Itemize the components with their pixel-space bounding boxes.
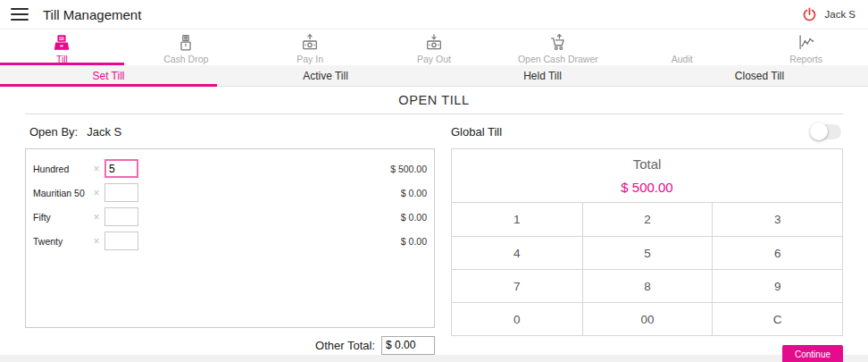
keypad: 1 2 3 4 5 6 7 8 9 0 00 C [452,203,842,335]
till-icon [52,32,71,53]
key-5[interactable]: 5 [582,236,713,269]
power-logout-icon[interactable] [801,6,818,23]
header: Till Management Jack S [0,0,868,29]
global-till-column: Global Till Total $ 500.00 1 2 3 4 5 6 [451,114,843,362]
global-till-row: Global Till [451,114,843,148]
other-total-label: Other Total: [315,339,375,352]
key-1[interactable]: 1 [452,203,582,236]
key-6[interactable]: 6 [712,236,842,269]
nav-item-pay-in[interactable]: Pay In [248,29,372,65]
qty-input-fifty[interactable] [104,207,138,226]
denomination-row-fifty: Fifty × $ 0.00 [33,205,429,229]
open-by-label: Open By: [29,125,78,139]
key-00[interactable]: 00 [582,302,713,335]
multiply-icon: × [88,235,104,248]
key-4[interactable]: 4 [452,236,582,269]
multiply-icon: × [88,163,104,175]
open-by-value: Jack S [87,125,121,139]
nav-item-cash-drop[interactable]: Cash Drop [124,29,248,65]
denominations-panel: Hundred × $ 500.00 Mauritian 50 × $ 0.00… [25,148,435,328]
qty-input-mauritian-50[interactable] [104,183,138,202]
total-label: Total [633,156,662,172]
nav-item-open-cash-drawer[interactable]: Open Cash Drawer [496,29,620,65]
tab-set-till[interactable]: Set Till [0,65,217,86]
cart-up-icon [548,32,568,53]
tab-held-till[interactable]: Held Till [434,65,651,86]
denomination-amount: $ 500.00 [138,164,429,174]
page-title: Till Management [43,7,141,22]
nav-label-audit: Audit [672,54,693,64]
nav-label-open-cash-drawer: Open Cash Drawer [518,54,598,64]
key-clear[interactable]: C [712,302,842,335]
denomination-label: Hundred [33,164,88,174]
qty-input-hundred[interactable] [104,159,138,178]
pay-out-icon [424,32,444,53]
open-by-row: Open By: Jack S [25,114,435,148]
tab-active-till[interactable]: Active Till [217,65,434,86]
hamburger-menu-icon[interactable] [11,8,29,21]
denomination-amount: $ 0.00 [138,212,429,223]
total-keypad-table: Total $ 500.00 1 2 3 4 5 6 7 8 9 0 00 C [451,148,843,336]
nav-label-pay-in: Pay In [296,54,323,64]
denomination-row-twenty: Twenty × $ 0.00 [33,229,429,253]
multiply-icon: × [88,211,104,223]
denomination-label: Mauritian 50 [33,188,88,198]
cash-drop-icon [176,32,196,53]
key-8[interactable]: 8 [582,269,713,302]
denomination-row-mauritian-50: Mauritian 50 × $ 0.00 [33,181,429,205]
key-0[interactable]: 0 [452,302,582,335]
key-9[interactable]: 9 [712,269,842,302]
nav-label-cash-drop: Cash Drop [163,54,208,64]
qty-input-twenty[interactable] [104,232,138,250]
denomination-label: Fifty [33,212,88,223]
nav-item-till[interactable]: Till [0,29,124,65]
key-3[interactable]: 3 [712,203,842,236]
key-7[interactable]: 7 [452,269,582,302]
pay-in-icon [300,32,320,53]
other-total-input[interactable] [381,336,435,355]
denomination-label: Twenty [33,236,88,247]
open-till-content: Open By: Jack S Hundred × $ 500.00 Mauri… [25,114,843,362]
continue-button[interactable]: Continue [782,345,843,362]
tab-closed-till[interactable]: Closed Till [651,65,868,86]
main-nav: Till Cash Drop [0,29,868,65]
reports-chart-icon [797,32,816,53]
till-management-app: Till Management Jack S Till [0,0,868,355]
multiply-icon: × [88,187,104,199]
nav-item-audit[interactable]: Audit [620,29,744,65]
denomination-amount: $ 0.00 [138,236,429,247]
nav-label-pay-out: Pay Out [417,54,451,64]
section-title: OPEN TILL [0,87,868,114]
nav-item-pay-out[interactable]: Pay Out [372,29,497,65]
global-till-label: Global Till [451,125,502,139]
key-2[interactable]: 2 [582,203,713,236]
user-name: Jack S [824,9,855,20]
total-value: $ 500.00 [621,180,672,195]
nav-item-reports[interactable]: Reports [744,29,868,65]
total-header: Total $ 500.00 [452,149,842,203]
denominations-column: Open By: Jack S Hundred × $ 500.00 Mauri… [25,114,435,362]
other-total-row: Other Total: [25,333,435,357]
toggle-knob [810,122,828,140]
denomination-row-hundred: Hundred × $ 500.00 [33,156,429,181]
continue-row: Continue [451,345,843,362]
nav-label-reports: Reports [789,54,822,64]
till-tabs: Set Till Active Till Held Till Closed Ti… [0,65,868,87]
global-till-toggle[interactable] [811,124,841,139]
denomination-amount: $ 0.00 [138,188,429,198]
